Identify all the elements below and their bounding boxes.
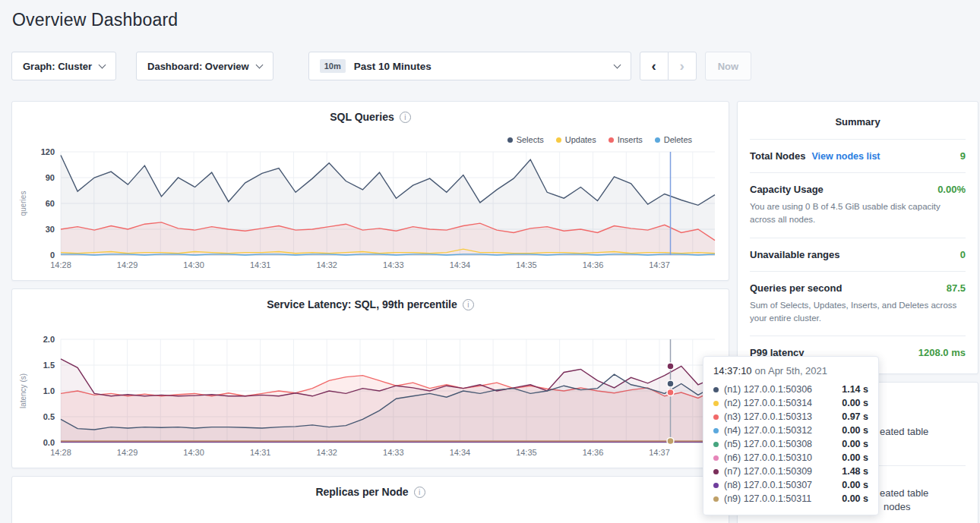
- tooltip-node-value: 1.14 s: [842, 384, 868, 395]
- tooltip-row: (n4) 127.0.0.1:503120.00 s: [713, 424, 868, 437]
- legend-item-deletes[interactable]: Deletes: [655, 135, 692, 144]
- latency-chart-canvas[interactable]: 0.00.51.01.52.014:2814:2914:3014:3114:32…: [15, 335, 726, 462]
- graph-dropdown-label: Graph: Cluster: [23, 61, 92, 72]
- unavailable-ranges-label: Unavailable ranges: [750, 249, 840, 260]
- node-color-dot-icon: [713, 483, 719, 488]
- tooltip-node-label: (n9) 127.0.0.1:50311: [724, 493, 811, 504]
- view-nodes-list-link[interactable]: View nodes list: [811, 151, 880, 162]
- info-icon[interactable]: i: [463, 299, 474, 310]
- legend-dot-icon: [507, 137, 513, 143]
- summary-title: Summary: [738, 102, 978, 139]
- time-range-badge: 10m: [320, 59, 346, 73]
- tooltip-node-label: (n4) 127.0.0.1:50312: [724, 425, 812, 436]
- tooltip-node-label: (n5) 127.0.0.1:50308: [724, 439, 812, 449]
- tooltip-node-label: (n1) 127.0.0.1:50306: [724, 384, 812, 395]
- svg-text:14:34: 14:34: [450, 260, 471, 269]
- capacity-value: 0.00%: [937, 184, 966, 195]
- tooltip-row: (n1) 127.0.0.1:503061.14 s: [713, 383, 868, 396]
- svg-text:14:36: 14:36: [583, 448, 604, 457]
- chart-header: SQL Queries i: [15, 102, 726, 132]
- legend-item-inserts[interactable]: Inserts: [609, 135, 643, 144]
- legend-label: Deletes: [664, 135, 692, 144]
- tooltip-row: (n3) 127.0.0.1:503130.97 s: [713, 410, 868, 424]
- tooltip-header: 14:37:10on Apr 5th, 2021: [713, 365, 868, 376]
- svg-text:1.0: 1.0: [43, 386, 55, 395]
- chevron-down-icon: [255, 61, 263, 68]
- toolbar: Graph: Cluster Dashboard: Overview 10m P…: [11, 52, 751, 80]
- svg-text:14:31: 14:31: [250, 448, 271, 457]
- node-color-dot-icon: [713, 496, 719, 502]
- dashboard-dropdown-label: Dashboard: Overview: [147, 61, 249, 72]
- tooltip-node-value: 0.00 s: [842, 493, 868, 504]
- sql-queries-chart-canvas[interactable]: 030609012014:2814:2914:3014:3114:3214:33…: [15, 147, 726, 275]
- summary-unavailable-ranges: Unavailable ranges 0: [750, 238, 966, 271]
- tooltip-node-label: (n3) 127.0.0.1:50313: [724, 411, 812, 422]
- tooltip-node-value: 0.00 s: [842, 439, 868, 449]
- time-nav-group: ‹ ›: [640, 52, 697, 80]
- capacity-description: You are using 0 B of 4.5 GiB usable disk…: [750, 200, 966, 227]
- summary-qps: Queries per second 87.5 Sum of Selects, …: [750, 271, 966, 336]
- svg-text:14:32: 14:32: [316, 448, 337, 457]
- summary-total-nodes: Total Nodes View nodes list 9: [750, 139, 966, 172]
- now-button[interactable]: Now: [705, 52, 751, 80]
- svg-text:14:36: 14:36: [583, 260, 604, 269]
- svg-text:2.0: 2.0: [43, 335, 55, 344]
- event-item-fragment[interactable]: eated table: [880, 426, 928, 437]
- node-color-dot-icon: [713, 428, 719, 433]
- legend-item-updates[interactable]: Updates: [556, 135, 596, 144]
- event-item-fragment[interactable]: nodes: [884, 501, 910, 512]
- chart-title: Service Latency: SQL, 99th percentile: [267, 298, 457, 310]
- total-nodes-label: Total Nodes: [750, 150, 805, 162]
- tooltip-node-value: 0.00 s: [842, 425, 868, 436]
- summary-panel: Summary Total Nodes View nodes list 9 Ca…: [737, 101, 978, 374]
- tooltip-date: on Apr 5th, 2021: [755, 365, 827, 376]
- legend-dot-icon: [609, 137, 614, 143]
- info-icon[interactable]: i: [400, 112, 411, 123]
- svg-text:14:31: 14:31: [250, 260, 271, 269]
- tooltip-time: 14:37:10: [713, 365, 752, 376]
- svg-text:14:32: 14:32: [316, 260, 337, 269]
- charts-column: SQL Queries i SelectsUpdatesInsertsDelet…: [11, 101, 729, 523]
- legend-item-selects[interactable]: Selects: [507, 135, 544, 144]
- unavailable-ranges-value: 0: [960, 249, 966, 260]
- node-color-dot-icon: [713, 469, 719, 474]
- node-color-dot-icon: [713, 401, 719, 406]
- svg-text:14:30: 14:30: [183, 448, 204, 457]
- time-prev-button[interactable]: ‹: [640, 52, 669, 80]
- svg-text:14:35: 14:35: [516, 448, 537, 457]
- chevron-down-icon: [99, 61, 106, 68]
- qps-value: 87.5: [947, 282, 966, 294]
- svg-text:0: 0: [50, 250, 55, 260]
- svg-text:1.5: 1.5: [43, 361, 55, 370]
- svg-text:90: 90: [46, 173, 55, 182]
- svg-text:14:29: 14:29: [117, 448, 138, 457]
- time-next-button[interactable]: ›: [668, 52, 697, 80]
- tooltip-node-value: 0.00 s: [842, 452, 868, 463]
- total-nodes-value: 9: [960, 150, 966, 162]
- p99-latency-value: 1208.0 ms: [918, 347, 966, 358]
- event-item-fragment[interactable]: eated table: [880, 487, 928, 499]
- dashboard-dropdown[interactable]: Dashboard: Overview: [136, 52, 273, 80]
- tooltip-node-value: 0.97 s: [842, 411, 868, 422]
- time-range-dropdown[interactable]: 10m Past 10 Minutes: [308, 52, 631, 80]
- replicas-chart-panel: Replicas per Node i: [11, 476, 729, 523]
- svg-text:14:33: 14:33: [383, 448, 404, 457]
- tooltip-node-value: 0.00 s: [842, 480, 868, 490]
- legend-spacer: [15, 320, 726, 335]
- info-icon[interactable]: i: [414, 487, 425, 498]
- chart-tooltip: 14:37:10on Apr 5th, 2021 (n1) 127.0.0.1:…: [703, 356, 879, 515]
- tooltip-row: (n2) 127.0.0.1:503140.00 s: [713, 396, 868, 410]
- tooltip-node-label: (n8) 127.0.0.1:50307: [724, 480, 812, 490]
- tooltip-node-value: 0.00 s: [842, 398, 868, 408]
- svg-text:60: 60: [46, 199, 55, 208]
- graph-dropdown[interactable]: Graph: Cluster: [11, 52, 116, 80]
- svg-text:14:37: 14:37: [649, 260, 670, 269]
- tooltip-row: (n9) 127.0.0.1:503110.00 s: [713, 492, 868, 506]
- tooltip-node-label: (n2) 127.0.0.1:50314: [724, 398, 812, 408]
- tooltip-rows: (n1) 127.0.0.1:503061.14 s(n2) 127.0.0.1…: [713, 383, 868, 506]
- legend-label: Selects: [517, 135, 544, 144]
- summary-capacity: Capacity Usage 0.00% You are using 0 B o…: [750, 172, 966, 238]
- svg-text:queries: queries: [19, 191, 27, 216]
- svg-text:latency (s): latency (s): [19, 373, 27, 408]
- svg-text:14:29: 14:29: [117, 260, 138, 269]
